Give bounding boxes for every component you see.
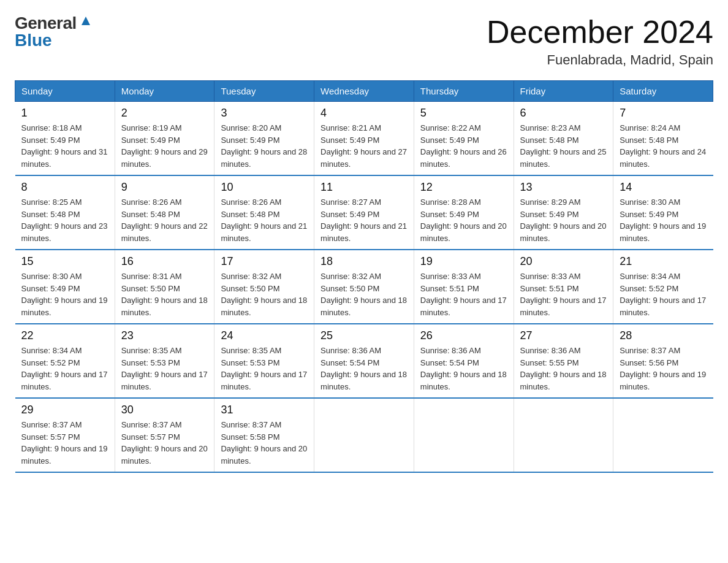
- calendar-cell: [613, 398, 713, 472]
- day-info: Sunrise: 8:35 AMSunset: 5:53 PMDaylight:…: [221, 345, 308, 393]
- day-number: 27: [520, 329, 607, 342]
- day-info: Sunrise: 8:28 AMSunset: 5:49 PMDaylight:…: [420, 196, 507, 244]
- header-sunday: Sunday: [15, 81, 115, 102]
- day-number: 22: [21, 329, 108, 342]
- day-info: Sunrise: 8:37 AMSunset: 5:57 PMDaylight:…: [121, 419, 208, 467]
- calendar-cell: 11Sunrise: 8:27 AMSunset: 5:49 PMDayligh…: [314, 175, 414, 250]
- calendar-cell: 1Sunrise: 8:18 AMSunset: 5:49 PMDaylight…: [15, 102, 115, 176]
- day-info: Sunrise: 8:30 AMSunset: 5:49 PMDaylight:…: [620, 196, 707, 244]
- calendar-week-row: 29Sunrise: 8:37 AMSunset: 5:57 PMDayligh…: [15, 398, 713, 472]
- header-monday: Monday: [115, 81, 214, 102]
- calendar-cell: 20Sunrise: 8:33 AMSunset: 5:51 PMDayligh…: [514, 250, 613, 324]
- calendar-cell: [514, 398, 613, 472]
- day-info: Sunrise: 8:19 AMSunset: 5:49 PMDaylight:…: [121, 122, 208, 170]
- day-info: Sunrise: 8:36 AMSunset: 5:55 PMDaylight:…: [520, 345, 607, 393]
- day-number: 2: [121, 107, 208, 120]
- day-number: 20: [520, 255, 607, 268]
- calendar-cell: 15Sunrise: 8:30 AMSunset: 5:49 PMDayligh…: [15, 250, 115, 324]
- day-number: 18: [320, 255, 408, 268]
- calendar-cell: 13Sunrise: 8:29 AMSunset: 5:49 PMDayligh…: [514, 175, 613, 250]
- day-info: Sunrise: 8:34 AMSunset: 5:52 PMDaylight:…: [21, 345, 108, 393]
- day-number: 15: [21, 255, 108, 268]
- svg-marker-0: [82, 17, 90, 25]
- day-info: Sunrise: 8:26 AMSunset: 5:48 PMDaylight:…: [221, 196, 308, 244]
- day-info: Sunrise: 8:20 AMSunset: 5:49 PMDaylight:…: [221, 122, 308, 170]
- calendar-cell: [414, 398, 514, 472]
- day-number: 4: [320, 107, 408, 120]
- title-block: December 2024 Fuenlabrada, Madrid, Spain: [487, 15, 713, 68]
- calendar-week-row: 22Sunrise: 8:34 AMSunset: 5:52 PMDayligh…: [15, 324, 713, 398]
- day-number: 24: [221, 329, 308, 342]
- day-info: Sunrise: 8:29 AMSunset: 5:49 PMDaylight:…: [520, 196, 607, 244]
- day-info: Sunrise: 8:21 AMSunset: 5:49 PMDaylight:…: [320, 122, 408, 170]
- day-info: Sunrise: 8:30 AMSunset: 5:49 PMDaylight:…: [21, 270, 108, 318]
- day-number: 21: [620, 255, 707, 268]
- calendar-cell: 5Sunrise: 8:22 AMSunset: 5:49 PMDaylight…: [414, 102, 514, 176]
- calendar-cell: 27Sunrise: 8:36 AMSunset: 5:55 PMDayligh…: [514, 324, 613, 398]
- day-info: Sunrise: 8:37 AMSunset: 5:57 PMDaylight:…: [21, 419, 108, 467]
- calendar-body: 1Sunrise: 8:18 AMSunset: 5:49 PMDaylight…: [15, 102, 713, 473]
- calendar-cell: 16Sunrise: 8:31 AMSunset: 5:50 PMDayligh…: [115, 250, 214, 324]
- day-number: 8: [21, 181, 108, 194]
- day-number: 14: [620, 181, 707, 194]
- header-wednesday: Wednesday: [314, 81, 414, 102]
- day-info: Sunrise: 8:37 AMSunset: 5:56 PMDaylight:…: [620, 345, 707, 393]
- calendar-week-row: 15Sunrise: 8:30 AMSunset: 5:49 PMDayligh…: [15, 250, 713, 324]
- day-number: 16: [121, 255, 208, 268]
- calendar-cell: 22Sunrise: 8:34 AMSunset: 5:52 PMDayligh…: [15, 324, 115, 398]
- day-info: Sunrise: 8:36 AMSunset: 5:54 PMDaylight:…: [420, 345, 507, 393]
- day-info: Sunrise: 8:33 AMSunset: 5:51 PMDaylight:…: [420, 270, 507, 318]
- day-number: 1: [21, 107, 108, 120]
- calendar-cell: 30Sunrise: 8:37 AMSunset: 5:57 PMDayligh…: [115, 398, 214, 472]
- calendar-cell: 17Sunrise: 8:32 AMSunset: 5:50 PMDayligh…: [214, 250, 314, 324]
- logo-general-text: General: [15, 15, 77, 32]
- day-number: 9: [121, 181, 208, 194]
- header-tuesday: Tuesday: [214, 81, 314, 102]
- day-info: Sunrise: 8:24 AMSunset: 5:48 PMDaylight:…: [620, 122, 707, 170]
- day-info: Sunrise: 8:37 AMSunset: 5:58 PMDaylight:…: [221, 419, 308, 467]
- day-number: 6: [520, 107, 607, 120]
- day-number: 31: [221, 404, 308, 416]
- logo-blue-text: Blue: [15, 32, 52, 49]
- calendar-header: Sunday Monday Tuesday Wednesday Thursday…: [15, 81, 713, 102]
- logo: General Blue: [15, 15, 93, 49]
- day-number: 26: [420, 329, 507, 342]
- calendar-cell: 29Sunrise: 8:37 AMSunset: 5:57 PMDayligh…: [15, 398, 115, 472]
- calendar-cell: 19Sunrise: 8:33 AMSunset: 5:51 PMDayligh…: [414, 250, 514, 324]
- day-number: 25: [320, 329, 408, 342]
- page-header: General Blue December 2024 Fuenlabrada, …: [15, 15, 713, 68]
- calendar-cell: 7Sunrise: 8:24 AMSunset: 5:48 PMDaylight…: [613, 102, 713, 176]
- day-info: Sunrise: 8:25 AMSunset: 5:48 PMDaylight:…: [21, 196, 108, 244]
- calendar-cell: 12Sunrise: 8:28 AMSunset: 5:49 PMDayligh…: [414, 175, 514, 250]
- day-info: Sunrise: 8:23 AMSunset: 5:48 PMDaylight:…: [520, 122, 607, 170]
- day-info: Sunrise: 8:18 AMSunset: 5:49 PMDaylight:…: [21, 122, 108, 170]
- calendar-cell: 26Sunrise: 8:36 AMSunset: 5:54 PMDayligh…: [414, 324, 514, 398]
- header-row: Sunday Monday Tuesday Wednesday Thursday…: [15, 81, 713, 102]
- logo-triangle-icon: [79, 14, 93, 28]
- location-title: Fuenlabrada, Madrid, Spain: [487, 52, 713, 68]
- day-info: Sunrise: 8:33 AMSunset: 5:51 PMDaylight:…: [520, 270, 607, 318]
- calendar-cell: 2Sunrise: 8:19 AMSunset: 5:49 PMDaylight…: [115, 102, 214, 176]
- calendar-week-row: 1Sunrise: 8:18 AMSunset: 5:49 PMDaylight…: [15, 102, 713, 176]
- day-number: 10: [221, 181, 308, 194]
- calendar-cell: 31Sunrise: 8:37 AMSunset: 5:58 PMDayligh…: [214, 398, 314, 472]
- header-thursday: Thursday: [414, 81, 514, 102]
- day-info: Sunrise: 8:27 AMSunset: 5:49 PMDaylight:…: [320, 196, 408, 244]
- header-saturday: Saturday: [613, 81, 713, 102]
- calendar-cell: 10Sunrise: 8:26 AMSunset: 5:48 PMDayligh…: [214, 175, 314, 250]
- calendar-cell: 23Sunrise: 8:35 AMSunset: 5:53 PMDayligh…: [115, 324, 214, 398]
- header-friday: Friday: [514, 81, 613, 102]
- day-number: 23: [121, 329, 208, 342]
- day-number: 29: [21, 404, 108, 416]
- day-info: Sunrise: 8:32 AMSunset: 5:50 PMDaylight:…: [320, 270, 408, 318]
- calendar-cell: 6Sunrise: 8:23 AMSunset: 5:48 PMDaylight…: [514, 102, 613, 176]
- day-info: Sunrise: 8:35 AMSunset: 5:53 PMDaylight:…: [121, 345, 208, 393]
- month-title: December 2024: [487, 15, 713, 50]
- calendar-cell: 14Sunrise: 8:30 AMSunset: 5:49 PMDayligh…: [613, 175, 713, 250]
- day-number: 5: [420, 107, 507, 120]
- day-number: 3: [221, 107, 308, 120]
- calendar-week-row: 8Sunrise: 8:25 AMSunset: 5:48 PMDaylight…: [15, 175, 713, 250]
- calendar-cell: 4Sunrise: 8:21 AMSunset: 5:49 PMDaylight…: [314, 102, 414, 176]
- calendar-table: Sunday Monday Tuesday Wednesday Thursday…: [15, 80, 713, 473]
- calendar-cell: [314, 398, 414, 472]
